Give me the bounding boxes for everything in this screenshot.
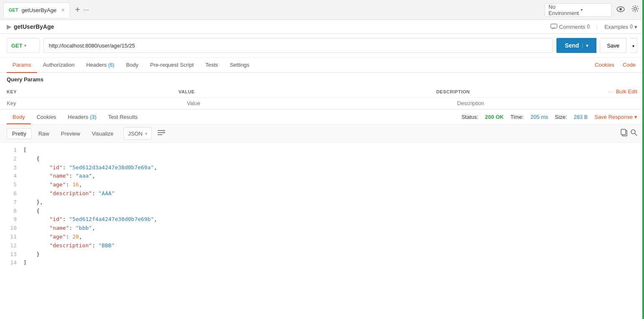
more-options-icon[interactable]: ··· xyxy=(608,88,613,95)
viewer-tab-raw[interactable]: Raw xyxy=(33,128,54,139)
request-header-actions: Comments 0 | Examples 0 ▾ xyxy=(551,24,637,30)
json-line-13: 13 } xyxy=(7,250,637,259)
json-line-7: 7 }, xyxy=(7,198,637,207)
json-line-5: 5 "age": 16, xyxy=(7,181,637,189)
comments-count: 0 xyxy=(587,24,590,30)
time-value: 205 ms xyxy=(531,114,548,120)
viewer-tabs: Pretty Raw Preview Visualize JSON ▾ xyxy=(0,125,644,143)
response-status-bar: Status: 200 OK Time: 205 ms Size: 283 B … xyxy=(461,114,637,120)
close-tab-button[interactable]: × xyxy=(61,7,65,13)
format-chevron-icon: ▾ xyxy=(145,131,147,136)
url-bar: GET ▾ Send ▾ Save ▾ xyxy=(0,34,644,58)
expand-chevron-icon[interactable]: ▶ xyxy=(7,23,11,30)
size-value: 283 B xyxy=(574,114,588,120)
status-label: Status: xyxy=(461,114,478,120)
request-name: ▶ getUserByAge xyxy=(7,23,54,30)
key-input[interactable] xyxy=(7,100,187,106)
more-tabs-button[interactable]: ··· xyxy=(83,6,89,14)
code-link[interactable]: Code xyxy=(621,58,637,72)
send-label: Send xyxy=(565,42,579,49)
response-tabs-bar: Body Cookies Headers (3) Test Results St… xyxy=(0,109,644,125)
tab-params[interactable]: Params xyxy=(7,58,37,72)
green-status-bar xyxy=(642,0,644,319)
resp-tab-body[interactable]: Body xyxy=(7,110,31,124)
save-response-chevron-icon: ▾ xyxy=(634,114,637,120)
req-tabs-right: Cookies Code xyxy=(593,58,637,72)
format-select[interactable]: JSON ▾ xyxy=(123,127,152,140)
json-viewer: 1 [ 2 { 3 "id": "5ed612d3a4247e38d0b7e69… xyxy=(0,143,644,319)
save-button[interactable]: Save xyxy=(600,38,626,53)
save-response-button[interactable]: Save Response ▾ xyxy=(594,114,637,120)
json-line-8: 8 { xyxy=(7,207,637,216)
viewer-tab-pretty[interactable]: Pretty xyxy=(7,128,32,139)
tab-bar: GET getUserByAge × + ··· No Environment … xyxy=(0,0,644,20)
resp-tab-cookies[interactable]: Cookies xyxy=(31,110,62,124)
tab-headers[interactable]: Headers (6) xyxy=(80,58,120,72)
description-input[interactable] xyxy=(457,100,637,106)
viewer-tab-visualize[interactable]: Visualize xyxy=(87,128,118,139)
save-label: Save xyxy=(607,43,619,49)
json-line-14: 14 ] xyxy=(7,259,637,267)
svg-rect-3 xyxy=(551,24,557,28)
format-label: JSON xyxy=(128,131,143,137)
tab-name-label: getUserByAge xyxy=(22,7,57,13)
tab-settings[interactable]: Settings xyxy=(224,58,255,72)
json-line-11: 11 "age": 20, xyxy=(7,233,637,241)
json-line-4: 4 "name": "aaa", xyxy=(7,172,637,181)
tab-bar-right: No Environment ▾ xyxy=(545,3,641,17)
json-line-6: 6 "description": "AAA" xyxy=(7,189,637,198)
request-tabs: Params Authorization Headers (6) Body Pr… xyxy=(0,58,644,73)
svg-line-10 xyxy=(635,133,637,136)
send-chevron-icon: ▾ xyxy=(582,43,588,48)
json-line-9: 9 "id": "5ed612f4a4247e38d0b7e69b", xyxy=(7,215,637,224)
search-button[interactable] xyxy=(631,129,637,138)
tab-authorization[interactable]: Authorization xyxy=(37,58,80,72)
method-label: GET xyxy=(11,43,23,49)
comments-button[interactable]: Comments 0 xyxy=(551,24,590,30)
url-input[interactable] xyxy=(43,38,553,53)
new-tab-button[interactable]: + xyxy=(72,5,83,15)
method-select[interactable]: GET ▾ xyxy=(7,38,40,53)
svg-rect-8 xyxy=(621,129,626,135)
examples-label: Examples xyxy=(604,24,628,30)
eye-icon-button[interactable] xyxy=(615,4,626,16)
send-button[interactable]: Send ▾ xyxy=(556,38,596,53)
viewer-actions xyxy=(621,129,637,138)
headers-badge: (6) xyxy=(108,62,114,68)
json-line-10: 10 "name": "bbb", xyxy=(7,224,637,233)
examples-button[interactable]: Examples 0 ▾ xyxy=(604,24,637,30)
request-header: ▶ getUserByAge Comments 0 | Examples 0 ▾ xyxy=(0,20,644,34)
active-tab[interactable]: GET getUserByAge × xyxy=(3,3,70,18)
copy-button[interactable] xyxy=(621,129,627,138)
tab-tests[interactable]: Tests xyxy=(200,58,224,72)
comments-label: Comments xyxy=(559,24,585,30)
viewer-tab-preview[interactable]: Preview xyxy=(56,128,85,139)
svg-point-1 xyxy=(619,8,622,10)
environment-select[interactable]: No Environment ▾ xyxy=(545,3,611,17)
settings-icon-button[interactable] xyxy=(630,3,641,16)
save-dropdown-button[interactable]: ▾ xyxy=(630,38,637,53)
examples-count: 0 xyxy=(630,24,633,30)
params-table-header: KEY VALUE DESCRIPTION ··· Bulk Edit xyxy=(0,86,644,98)
examples-chevron-icon: ▾ xyxy=(634,24,637,30)
wrap-button[interactable] xyxy=(156,128,167,139)
tab-body[interactable]: Body xyxy=(120,58,144,72)
bulk-edit-button[interactable]: Bulk Edit xyxy=(616,88,637,95)
cookies-link[interactable]: Cookies xyxy=(593,58,616,72)
resp-headers-badge: (3) xyxy=(90,114,96,120)
env-label: No Environment xyxy=(548,4,579,16)
query-params-section: Query Params KEY VALUE DESCRIPTION ··· B… xyxy=(0,73,644,109)
value-input[interactable] xyxy=(187,100,457,106)
params-key-row xyxy=(0,98,644,109)
query-params-title: Query Params xyxy=(7,76,43,83)
resp-tab-test-results[interactable]: Test Results xyxy=(102,110,143,124)
value-column-header: VALUE xyxy=(179,89,436,94)
time-label: Time: xyxy=(511,114,524,120)
json-line-12: 12 "description": "BBB" xyxy=(7,241,637,250)
status-value: 200 OK xyxy=(485,114,504,120)
tab-method-badge: GET xyxy=(9,8,18,13)
size-label: Size: xyxy=(555,114,567,120)
resp-tab-headers[interactable]: Headers (3) xyxy=(62,110,103,124)
json-line-3: 3 "id": "5ed612d3a4247e38d0b7e69a", xyxy=(7,163,637,172)
tab-pre-request-script[interactable]: Pre-request Script xyxy=(144,58,200,72)
